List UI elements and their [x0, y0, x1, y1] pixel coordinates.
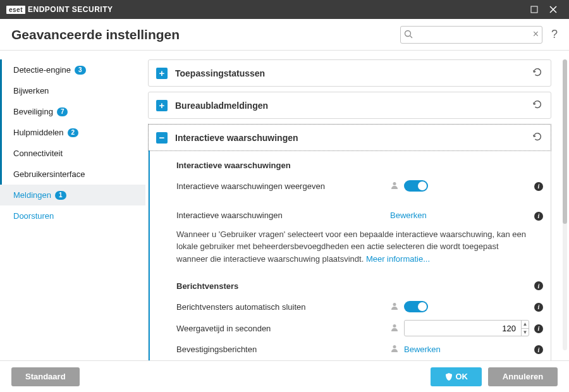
help-button[interactable]: ? — [551, 28, 558, 41]
stepper-up-icon[interactable]: ▲ — [522, 321, 529, 329]
sidebar-item-label: Hulpmiddelen — [13, 128, 64, 137]
clear-search-icon[interactable]: × — [533, 28, 539, 40]
sidebar-item-detection[interactable]: Detectie-engine3 — [0, 59, 145, 80]
info-icon[interactable]: i — [534, 303, 543, 312]
description: Wanneer u 'Gebruiker vragen' selecteert … — [176, 228, 543, 266]
edit-link[interactable]: Bewerken — [390, 211, 427, 220]
section-body: Interactieve waarschuwingen Interactieve… — [149, 150, 551, 360]
sidebar-badge: 3 — [75, 66, 86, 75]
sidebar-item-security[interactable]: Beveiliging7 — [0, 101, 145, 122]
info-icon[interactable]: i — [534, 324, 543, 333]
timeout-input[interactable] — [405, 321, 521, 335]
svg-point-2 — [393, 182, 396, 185]
user-icon — [390, 323, 399, 334]
row-label: Interactieve waarschuwingen weergeven — [176, 181, 390, 191]
subheading-interactive: Interactieve waarschuwingen — [176, 161, 543, 170]
ok-button[interactable]: OK — [431, 367, 482, 386]
sidebar-item-ui[interactable]: Gebruikersinterface — [0, 164, 145, 185]
footer: Standaard OK Annuleren — [0, 360, 569, 392]
row-timeout: Weergavetijd in seconden ▲▼ i — [176, 316, 543, 340]
page-title: Geavanceerde instellingen — [11, 27, 400, 42]
revert-icon[interactable] — [532, 66, 543, 80]
scrollbar[interactable] — [563, 59, 567, 350]
window-maximize-icon[interactable] — [525, 4, 544, 15]
timeout-stepper[interactable]: ▲▼ — [404, 320, 529, 336]
sidebar-item-tools[interactable]: Hulpmiddelen2 — [0, 122, 145, 143]
search-wrap: × — [400, 26, 542, 44]
svg-point-1 — [405, 30, 410, 36]
edit-link[interactable]: Bewerken — [404, 345, 441, 354]
section-title: Toepassingstatussen — [175, 68, 532, 78]
sidebar-item-label: Beveiliging — [13, 107, 53, 116]
row-edit-alerts: Interactieve waarschuwingen Bewerken i — [176, 207, 543, 224]
search-input[interactable] — [400, 26, 542, 44]
subheading-dialogs: Berichtvensters — [176, 281, 529, 291]
sidebar-item-update[interactable]: Bijwerken — [0, 80, 145, 101]
revert-icon[interactable] — [532, 99, 543, 112]
sidebar-item-connectivity[interactable]: Connectiviteit — [0, 143, 145, 164]
sidebar-item-label: Meldingen — [13, 190, 51, 200]
scrollbar-thumb[interactable] — [563, 59, 567, 224]
brand: esetENDPOINT SECURITY — [6, 5, 113, 14]
svg-point-3 — [393, 303, 396, 306]
section-app-status: + Toepassingstatussen — [148, 59, 551, 87]
default-button[interactable]: Standaard — [11, 367, 80, 386]
row-confirm: Bevestigingsberichten Bewerken i — [176, 340, 543, 358]
expand-icon: + — [156, 100, 168, 111]
brand-product: ENDPOINT SECURITY — [28, 5, 113, 14]
brand-prefix: eset — [6, 6, 25, 14]
info-icon[interactable]: i — [534, 182, 543, 191]
section-header[interactable]: − Interactieve waarschuwingen — [148, 124, 551, 151]
section-header[interactable]: + Bureaubladmeldingen — [149, 92, 551, 118]
stepper-down-icon[interactable]: ▼ — [522, 329, 529, 336]
cancel-button[interactable]: Annuleren — [488, 367, 558, 386]
row-label: Bevestigingsberichten — [176, 345, 390, 354]
expand-icon: + — [156, 68, 168, 79]
sidebar: Detectie-engine3 Bijwerken Beveiliging7 … — [0, 51, 145, 360]
sidebar-badge: 2 — [68, 128, 79, 137]
window-close-icon[interactable] — [544, 4, 563, 15]
sidebar-badge: 7 — [57, 107, 68, 116]
info-icon[interactable]: i — [534, 212, 543, 221]
collapse-icon: − — [156, 132, 168, 144]
sidebar-item-label: Detectie-engine — [13, 65, 71, 75]
sidebar-item-label: Bijwerken — [13, 86, 49, 95]
sidebar-item-label: Connectiviteit — [13, 149, 63, 158]
section-header[interactable]: + Toepassingstatussen — [149, 60, 551, 86]
header: Geavanceerde instellingen × ? — [0, 19, 569, 51]
more-info-link[interactable]: Meer informatie... — [366, 254, 430, 264]
ok-label: OK — [456, 372, 468, 381]
section-title: Interactieve waarschuwingen — [175, 133, 532, 143]
row-label: Berichtvensters automatisch sluiten — [176, 302, 390, 312]
sidebar-item-label: Doorsturen — [13, 211, 54, 221]
sidebar-badge: 1 — [55, 191, 66, 200]
desc-text: Wanneer u 'Gebruiker vragen' selecteert … — [176, 230, 526, 264]
toggle-autoclose[interactable] — [404, 301, 428, 312]
row-show-alerts: Interactieve waarschuwingen weergeven i — [176, 176, 543, 195]
sidebar-item-label: Gebruikersinterface — [13, 169, 85, 179]
row-autoclose: Berichtvensters automatisch sluiten i — [176, 297, 543, 316]
user-icon — [390, 181, 399, 192]
user-icon — [390, 344, 399, 355]
titlebar: esetENDPOINT SECURITY — [0, 0, 569, 19]
svg-point-4 — [393, 324, 396, 328]
section-desktop-notify: + Bureaubladmeldingen — [148, 92, 551, 119]
sidebar-item-notifications[interactable]: Meldingen1 — [0, 185, 145, 205]
sidebar-item-forward[interactable]: Doorsturen — [0, 205, 145, 226]
svg-rect-0 — [531, 6, 537, 13]
revert-icon[interactable] — [532, 131, 543, 144]
toggle-show-alerts[interactable] — [404, 180, 428, 192]
row-label: Weergavetijd in seconden — [176, 324, 390, 333]
info-icon[interactable]: i — [534, 281, 543, 290]
info-icon[interactable]: i — [534, 345, 543, 354]
content: + Toepassingstatussen + Bureaubladmeldin… — [148, 59, 560, 360]
search-icon — [404, 30, 413, 40]
svg-point-5 — [393, 345, 396, 348]
row-label: Interactieve waarschuwingen — [176, 211, 390, 220]
user-icon — [390, 302, 399, 312]
section-title: Bureaubladmeldingen — [175, 101, 532, 111]
section-interactive-alerts: − Interactieve waarschuwingen Interactie… — [148, 124, 551, 360]
